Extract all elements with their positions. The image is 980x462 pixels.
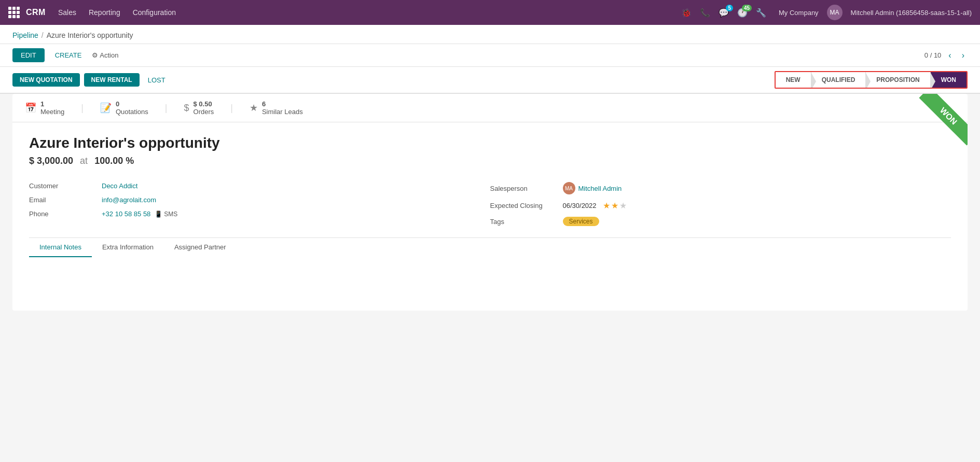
record-amount: $ 3,000.00 at 100.00 % xyxy=(29,156,951,166)
edit-button[interactable]: EDIT xyxy=(12,48,45,62)
customer-field: Customer Deco Addict xyxy=(29,179,490,193)
customer-label: Customer xyxy=(29,182,102,190)
pagination-next[interactable]: › xyxy=(959,50,968,61)
phone-icon[interactable]: 📞 xyxy=(700,8,710,18)
closing-stars[interactable]: ★ ★ ★ xyxy=(603,201,627,211)
stage-pipeline: NEW QUALIFIED PROPOSITION WON xyxy=(775,71,968,89)
tabs-bar: Internal Notes Extra Information Assigne… xyxy=(29,237,951,257)
user-name[interactable]: Mitchell Admin (16856458-saas-15-1-all) xyxy=(851,9,972,17)
nav-links: Sales Reporting Configuration xyxy=(58,6,681,19)
left-fields: Customer Deco Addict Email info@agrolait… xyxy=(29,179,490,229)
stage-qualified[interactable]: QUALIFIED xyxy=(811,72,866,88)
chat-icon[interactable]: 💬 5 xyxy=(719,8,729,18)
clock-icon[interactable]: 🕐 45 xyxy=(737,8,748,18)
record-title: Azure Interior's opportunity xyxy=(29,135,951,151)
salesperson-value[interactable]: Mitchell Admin xyxy=(578,185,622,192)
quotation-icon: 📝 xyxy=(100,102,112,114)
sms-label: SMS xyxy=(164,211,177,218)
nav-configuration[interactable]: Configuration xyxy=(133,6,176,19)
email-value[interactable]: info@agrolait.com xyxy=(102,196,156,204)
quotation-count: 0 xyxy=(116,100,119,108)
star-1[interactable]: ★ xyxy=(603,201,610,211)
new-rental-button[interactable]: NEW RENTAL xyxy=(84,73,140,87)
nav-icon-group: 🐞 📞 💬 5 🕐 45 🔧 My Company MA Mitchell Ad… xyxy=(681,5,972,20)
action-button[interactable]: ⚙ Action xyxy=(92,51,118,59)
similar-leads-stat[interactable]: ★ 6 Similar Leads xyxy=(250,100,303,116)
pagination-prev[interactable]: ‹ xyxy=(945,50,954,61)
similar-label: Similar Leads xyxy=(262,108,303,116)
wrench-icon[interactable]: 🔧 xyxy=(756,8,766,18)
tags-label: Tags xyxy=(490,218,563,226)
pagination: 0 / 10 ‹ › xyxy=(924,50,968,61)
top-navigation: CRM Sales Reporting Configuration 🐞 📞 💬 … xyxy=(0,0,980,25)
tab-content xyxy=(29,257,951,298)
main-content: WON 📅 1 Meeting | 📝 0 Quotations xyxy=(0,94,980,323)
closing-field: Expected Closing 06/30/2022 ★ ★ ★ xyxy=(490,198,951,214)
clock-badge: 45 xyxy=(742,5,752,11)
tag-services[interactable]: Services xyxy=(563,217,599,226)
record-card: WON 📅 1 Meeting | 📝 0 Quotations xyxy=(12,94,968,311)
crm-logo: CRM xyxy=(26,8,46,17)
customer-value[interactable]: Deco Addict xyxy=(102,182,137,190)
breadcrumb: Pipeline / Azure Interior's opportunity xyxy=(0,25,980,44)
breadcrumb-separator: / xyxy=(42,31,44,39)
salesperson-avatar: MA xyxy=(563,182,575,194)
lost-button[interactable]: LOST xyxy=(144,73,170,87)
bug-icon[interactable]: 🐞 xyxy=(681,8,692,18)
stage-won[interactable]: WON xyxy=(931,72,967,88)
stage-proposition[interactable]: PROPOSITION xyxy=(866,72,930,88)
nav-sales[interactable]: Sales xyxy=(58,6,76,19)
phone-value[interactable]: +32 10 58 85 58 xyxy=(102,210,150,218)
star-2[interactable]: ★ xyxy=(611,201,618,211)
right-fields: Salesperson MA Mitchell Admin Expected C… xyxy=(490,179,951,229)
breadcrumb-current: Azure Interior's opportunity xyxy=(47,31,133,39)
email-field: Email info@agrolait.com xyxy=(29,193,490,207)
closing-value: 06/30/2022 xyxy=(563,202,597,209)
stats-bar: 📅 1 Meeting | 📝 0 Quotations | $ xyxy=(12,94,968,122)
meeting-count: 1 xyxy=(40,100,44,108)
breadcrumb-parent[interactable]: Pipeline xyxy=(12,31,38,39)
sms-button[interactable]: 📱 SMS xyxy=(155,211,177,218)
chat-badge: 5 xyxy=(726,5,733,11)
app-grid-icon[interactable] xyxy=(8,7,20,18)
salesperson-label: Salesperson xyxy=(490,185,563,192)
pagination-count: 0 / 10 xyxy=(924,51,942,59)
record-body: Azure Interior's opportunity $ 3,000.00 … xyxy=(12,122,968,311)
create-button[interactable]: CREATE xyxy=(51,48,86,62)
tab-internal-notes[interactable]: Internal Notes xyxy=(29,238,92,257)
stage-bar: NEW QUOTATION NEW RENTAL LOST NEW QUALIF… xyxy=(0,67,980,94)
amount-value: $ 3,000.00 xyxy=(29,156,73,166)
action-bar: EDIT CREATE ⚙ Action 0 / 10 ‹ › xyxy=(0,44,980,67)
orders-label: Orders xyxy=(194,108,214,116)
orders-stat[interactable]: $ $ 0.50 Orders xyxy=(184,100,214,116)
closing-label: Expected Closing xyxy=(490,202,563,209)
fields-grid: Customer Deco Addict Email info@agrolait… xyxy=(29,179,951,229)
star-3[interactable]: ★ xyxy=(619,201,627,211)
at-label: at xyxy=(80,156,88,166)
quotation-stat[interactable]: 📝 0 Quotations xyxy=(100,100,148,116)
quotation-label: Quotations xyxy=(116,108,148,116)
tab-assigned-partner[interactable]: Assigned Partner xyxy=(164,238,237,257)
company-name: My Company xyxy=(779,9,819,17)
dollar-icon: $ xyxy=(184,103,189,114)
stage-new[interactable]: NEW xyxy=(776,72,811,88)
email-label: Email xyxy=(29,196,102,204)
nav-reporting[interactable]: Reporting xyxy=(89,6,120,19)
tab-extra-information[interactable]: Extra Information xyxy=(92,238,164,257)
similar-count: 6 xyxy=(262,100,266,108)
salesperson-field: Salesperson MA Mitchell Admin xyxy=(490,179,951,198)
star-icon: ★ xyxy=(250,102,258,114)
orders-amount: $ 0.50 xyxy=(194,100,212,108)
new-quotation-button[interactable]: NEW QUOTATION xyxy=(12,73,80,87)
avatar[interactable]: MA xyxy=(827,5,843,20)
phone-label: Phone xyxy=(29,210,102,218)
meeting-stat[interactable]: 📅 1 Meeting xyxy=(25,100,64,116)
percent-value: 100.00 % xyxy=(94,156,134,166)
phone-field: Phone +32 10 58 85 58 📱 SMS xyxy=(29,207,490,221)
tags-field: Tags Services xyxy=(490,214,951,229)
meeting-label: Meeting xyxy=(40,108,64,116)
avatar-initials: MA xyxy=(830,9,839,16)
calendar-icon: 📅 xyxy=(25,102,36,114)
sms-icon: 📱 xyxy=(155,211,162,218)
